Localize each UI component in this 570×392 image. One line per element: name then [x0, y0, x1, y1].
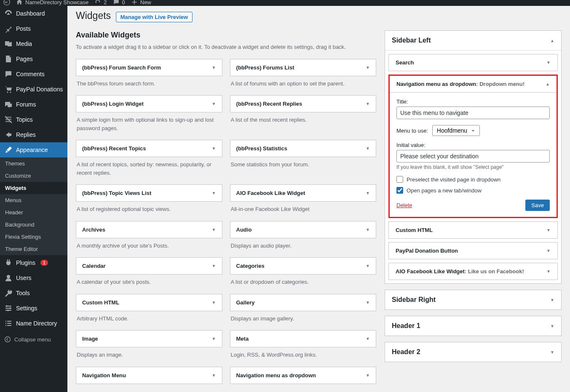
chevron-down-icon: ▼: [546, 248, 551, 253]
widget-item-paypal[interactable]: PayPal Donation Button ▼: [389, 243, 557, 259]
widget-title: (bbPress) Recent Topics: [76, 140, 152, 157]
sidebar-item-plugins[interactable]: Plugins1: [0, 255, 67, 270]
sidebar-item-topics[interactable]: Topics: [0, 112, 67, 127]
widget-area-title: Header 1: [392, 322, 420, 330]
initial-value-input[interactable]: [396, 150, 550, 163]
widget-area-header[interactable]: Header 2 ▼: [385, 342, 561, 362]
title-input[interactable]: [396, 107, 550, 119]
submenu-item-header[interactable]: Header: [0, 206, 67, 219]
widget-desc: Displays an image.: [76, 350, 222, 363]
svg-point-3: [7, 275, 10, 278]
menu-select[interactable]: Hoofdmenu: [432, 125, 480, 136]
preselect-checkbox[interactable]: [396, 176, 403, 183]
widget-title: (bbPress) Forums List: [230, 59, 300, 76]
live-preview-button[interactable]: Manage with Live Preview: [116, 12, 193, 22]
widget-title: Custom HTML: [76, 294, 125, 311]
widget-area-title: Header 2: [392, 348, 420, 356]
available-widget[interactable]: Navigation menu as dropdown▼: [230, 367, 377, 384]
widget-desc: A list or dropdown of categories.: [230, 277, 377, 290]
submenu-item-customize[interactable]: Customize: [0, 170, 67, 182]
available-widget[interactable]: Categories▼: [230, 257, 377, 275]
sidebar-item-users[interactable]: Users: [0, 270, 67, 285]
sidebar-item-settings[interactable]: Settings: [0, 301, 67, 316]
sidebar-item-paypal-donations[interactable]: PayPal Donations: [0, 82, 67, 97]
site-link[interactable]: NameDirectory Showcase: [16, 0, 88, 5]
tools-icon: [4, 289, 13, 297]
sidebar-item-appearance[interactable]: Appearance: [0, 142, 67, 157]
wp-logo[interactable]: [3, 0, 10, 5]
available-widget[interactable]: Navigation Menu▼: [76, 367, 222, 384]
chevron-down-icon: ▼: [206, 295, 222, 310]
collapse-menu-button[interactable]: Collapse menu: [0, 333, 67, 346]
submenu-item-background[interactable]: Background: [0, 219, 67, 231]
submenu-item-menus[interactable]: Menus: [0, 194, 67, 206]
comments-link[interactable]: 0: [113, 0, 125, 5]
sidebar-item-label: PayPal Donations: [16, 86, 63, 93]
sidebar-item-pages[interactable]: Pages: [0, 51, 67, 67]
widget-desc: The bbPress forum search form.: [76, 79, 222, 91]
widget-area-header[interactable]: Sidebar Left ▲: [385, 31, 561, 50]
sidebar-item-media[interactable]: Media: [0, 36, 67, 51]
sidebar-item-comments[interactable]: Comments: [0, 67, 67, 82]
widget-item-facebook[interactable]: AIO Facebook Like Widget: Like us on Fac…: [389, 263, 557, 280]
chevron-down-icon: ▼: [360, 259, 376, 273]
sidebar-item-replies[interactable]: Replies: [0, 127, 67, 142]
available-widget[interactable]: Audio▼: [230, 221, 377, 238]
available-widget[interactable]: Image▼: [76, 330, 222, 347]
available-widget[interactable]: (bbPress) Recent Replies▼: [230, 95, 377, 112]
widget-title: (bbPress) Recent Replies: [230, 96, 308, 112]
sidebar-item-dashboard[interactable]: Dashboard: [0, 6, 67, 21]
widget-title: Gallery: [230, 294, 261, 311]
available-widget[interactable]: (bbPress) Recent Topics▼: [76, 140, 222, 157]
submenu-item-theme-editor[interactable]: Theme Editor: [0, 243, 67, 255]
widget-desc: Some statistics from your forum.: [230, 160, 377, 172]
available-widget[interactable]: (bbPress) Statistics▼: [230, 140, 377, 157]
available-widget[interactable]: (bbPress) Topic Views List▼: [76, 184, 222, 202]
sidebar-item-label: Replies: [16, 131, 36, 138]
updates-link[interactable]: 2: [94, 0, 107, 5]
available-widget[interactable]: (bbPress) Forums List▼: [230, 59, 377, 76]
widget-area-header[interactable]: Sidebar Right ▼: [385, 290, 561, 309]
widget-title: (bbPress) Forum Search Form: [76, 59, 167, 76]
available-widget[interactable]: Archives▼: [76, 221, 222, 238]
widget-item-search[interactable]: Search ▼: [389, 54, 557, 71]
widget-area-header[interactable]: Header 1 ▼: [385, 316, 561, 336]
chevron-down-icon: ▼: [546, 60, 551, 65]
available-widget[interactable]: Calendar▼: [76, 257, 222, 275]
save-button[interactable]: Save: [525, 200, 550, 211]
sidebar-item-forums[interactable]: Forums: [0, 97, 67, 112]
list-icon: [4, 319, 13, 328]
chevron-down-icon: ▼: [206, 60, 222, 75]
available-widget[interactable]: Gallery▼: [230, 294, 377, 311]
widget-desc: A list of forums with an option to set t…: [230, 79, 377, 91]
widget-title: Audio: [230, 221, 258, 238]
chevron-down-icon: ▼: [546, 228, 551, 232]
submenu-item-flexia-settings[interactable]: Flexia Settings: [0, 231, 67, 243]
widget-item-header[interactable]: Navigation menu as dropdown: Dropdown me…: [390, 76, 557, 92]
sidebar-item-tools[interactable]: Tools: [0, 285, 67, 301]
widget-item-suffix: : Dropdown menu!: [476, 81, 525, 87]
widget-area-title: Sidebar Left: [392, 37, 431, 44]
available-widget[interactable]: Meta▼: [230, 330, 377, 347]
available-widget[interactable]: AIO Facebook Like Widget▼: [230, 184, 377, 202]
sidebar-item-label: Plugins: [16, 259, 35, 266]
widget-item-title: Navigation menu as dropdown: [396, 81, 476, 87]
sidebar-item-posts[interactable]: Posts: [0, 21, 67, 36]
sidebar-item-label: Name Directory: [16, 320, 57, 327]
svg-point-4: [6, 305, 8, 307]
svg-point-1: [7, 92, 8, 93]
available-widget[interactable]: (bbPress) Login Widget▼: [76, 95, 222, 112]
widget-title: Categories: [230, 258, 270, 274]
delete-button[interactable]: Delete: [396, 202, 412, 208]
widget-item-title: PayPal Donation Button: [396, 248, 458, 254]
widget-item-customhtml[interactable]: Custom HTML ▼: [389, 222, 557, 238]
widget-title: Image: [76, 331, 104, 347]
submenu-item-widgets[interactable]: Widgets: [0, 182, 67, 194]
widget-desc: All-in-one Facebook Like Widget: [230, 204, 377, 217]
newtab-checkbox[interactable]: [396, 187, 403, 194]
available-widget[interactable]: (bbPress) Forum Search Form▼: [76, 59, 222, 76]
new-link[interactable]: New: [131, 0, 151, 5]
available-widget[interactable]: Custom HTML▼: [76, 294, 222, 311]
submenu-item-themes[interactable]: Themes: [0, 157, 67, 170]
sidebar-item-name-directory[interactable]: Name Directory: [0, 316, 67, 331]
